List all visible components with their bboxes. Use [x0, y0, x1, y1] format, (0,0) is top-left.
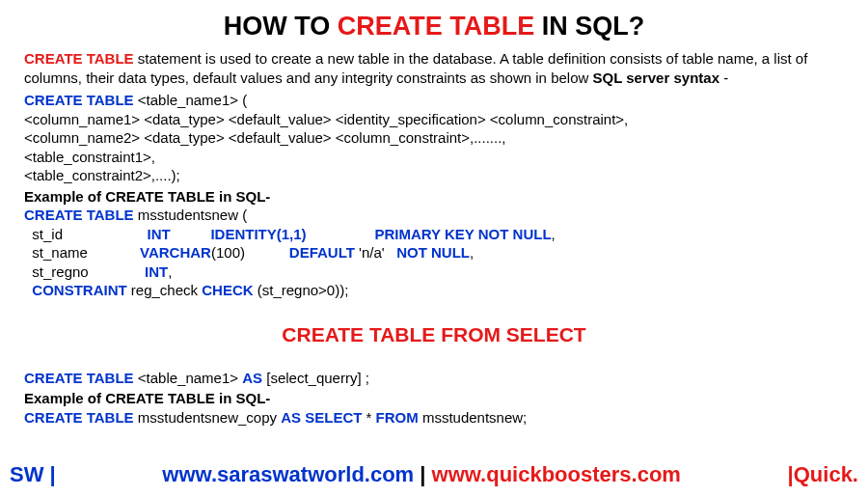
- constraint-kw1: CONSTRAINT: [24, 282, 131, 298]
- ex2-table2: msstudentsnew;: [422, 409, 527, 426]
- ex2-table: msstudentsnew_copy: [138, 409, 281, 426]
- footer-right: |Quick.: [788, 462, 858, 487]
- intro-paragraph: CREATE TABLE statement is used to create…: [24, 49, 844, 87]
- col2-name: st_name: [24, 244, 88, 261]
- example-1-block: CREATE TABLE msstudentsnew ( st_id INT I…: [24, 206, 844, 300]
- syntax-block: CREATE TABLE <table_name1> ( <column_nam…: [24, 91, 844, 185]
- page-title: HOW TO CREATE TABLE IN SQL?: [0, 0, 868, 49]
- col2-type: VARCHAR: [140, 244, 211, 261]
- col2-comma: ,: [470, 244, 474, 261]
- constraint-name: reg_check: [131, 282, 202, 298]
- syntax-line-2: <column_name2> <data_type> <default_valu…: [24, 128, 844, 148]
- syntax2-line: CREATE TABLE <table_name1> AS [select_qu…: [24, 369, 844, 388]
- example1-col1: st_id INT IDENTITY(1,1) PRIMARY KEY NOT …: [24, 225, 844, 244]
- syntax2-as: AS: [242, 370, 266, 386]
- col3-comma: ,: [168, 263, 172, 280]
- title-highlight: CREATE TABLE: [338, 12, 535, 41]
- constraint-expr: (st_regno>0));: [258, 282, 349, 298]
- example1-col2: st_name VARCHAR(100) DEFAULT 'n/a' NOT N…: [24, 243, 844, 262]
- title-part1: HOW TO: [224, 12, 338, 41]
- example1-col3: st_regno INT,: [24, 262, 844, 282]
- footer-url1: www.saraswatworld.com: [162, 462, 414, 486]
- syntax2-text1: <table_name1>: [138, 370, 242, 386]
- ex2-kw1: CREATE TABLE: [24, 409, 138, 426]
- intro-text2: -: [719, 69, 728, 86]
- ex1-tablename: msstudentsnew (: [138, 207, 247, 223]
- col1-type: INT: [148, 226, 171, 242]
- syntax-line-1: <column_name1> <data_type> <default_valu…: [24, 110, 844, 129]
- example-label-1: Example of CREATE TABLE in SQL-: [24, 187, 844, 207]
- footer-left: SW |: [10, 462, 56, 487]
- col2-constraint: NOT NULL: [396, 244, 470, 261]
- example1-line1: CREATE TABLE msstudentsnew (: [24, 206, 844, 225]
- col2-default: DEFAULT: [289, 244, 355, 261]
- col1-name: st_id: [24, 226, 63, 242]
- title-part2: IN SQL?: [534, 12, 644, 41]
- footer-sep: |: [414, 462, 431, 486]
- section-title-select: CREATE TABLE FROM SELECT: [24, 321, 844, 347]
- col3-type: INT: [145, 263, 168, 280]
- ex1-keyword: CREATE TABLE: [24, 207, 138, 223]
- example1-constraint: CONSTRAINT reg_check CHECK (st_regno>0))…: [24, 281, 844, 300]
- col1-constraint: PRIMARY KEY NOT NULL: [374, 226, 551, 242]
- footer-url2: www.quickboosters.com: [432, 462, 681, 486]
- syntax-line-3: <table_constraint1>,: [24, 148, 844, 167]
- col2-defaultval: 'n/a': [355, 244, 396, 261]
- intro-bold: SQL server syntax: [593, 69, 719, 86]
- ex2-star: *: [366, 409, 376, 426]
- example2-line: CREATE TABLE msstudentsnew_copy AS SELEC…: [24, 408, 844, 428]
- col2-typearg: (100): [211, 244, 245, 261]
- example-label-2: Example of CREATE TABLE in SQL-: [24, 389, 844, 408]
- intro-keyword: CREATE TABLE: [24, 50, 134, 67]
- syntax-text-0: <table_name1> (: [138, 92, 247, 108]
- syntax2-text2: [select_querry] ;: [266, 370, 369, 386]
- constraint-kw2: CHECK: [202, 282, 258, 298]
- ex2-kw3: FROM: [376, 409, 422, 426]
- syntax-line-0: CREATE TABLE <table_name1> (: [24, 91, 844, 110]
- col1-identity: IDENTITY(1,1): [210, 226, 306, 242]
- footer-center: www.saraswatworld.com | www.quickbooster…: [162, 462, 681, 487]
- col3-name: st_regno: [24, 263, 89, 280]
- syntax-keyword: CREATE TABLE: [24, 92, 138, 108]
- syntax2-keyword: CREATE TABLE: [24, 370, 138, 386]
- content-body: CREATE TABLE statement is used to create…: [0, 49, 868, 427]
- footer: SW | www.saraswatworld.com | www.quickbo…: [0, 462, 868, 487]
- col1-comma: ,: [552, 226, 556, 242]
- syntax-line-4: <table_constraint2>,....);: [24, 166, 844, 185]
- ex2-kw2: AS SELECT: [281, 409, 366, 426]
